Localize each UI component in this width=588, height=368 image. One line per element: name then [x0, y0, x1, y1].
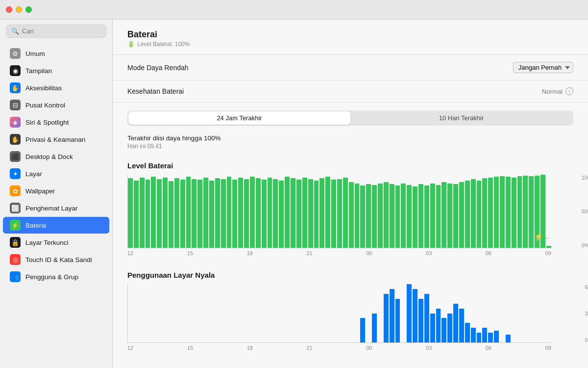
battery-level-title: Level Baterai [127, 161, 573, 170]
battery-y-labels: 100%50%0% [582, 175, 588, 248]
sidebar-item-label-layar: Layar [25, 170, 42, 178]
sidebar-item-pengguna[interactable]: 👥Pengguna & Grup [3, 268, 109, 285]
usage-bar [430, 314, 435, 343]
privasi-icon: ✋ [10, 134, 21, 145]
usage-y-label: 60m [585, 284, 588, 290]
charged-info: Terakhir diisi daya hingga 100% Hari ini… [113, 131, 588, 157]
usage-bar [506, 335, 511, 342]
close-button[interactable] [6, 6, 12, 13]
battery-bar [355, 184, 360, 248]
sidebar-item-label-desktop: Desktop & Dock [25, 153, 73, 160]
usage-bar [372, 314, 377, 343]
usage-x-label: 00 [366, 345, 372, 351]
charging-indicator: ⚡— [534, 232, 549, 241]
sidebar-item-label-touchid: Touch ID & Kata Sandi [25, 256, 92, 263]
usage-x-labels: 1215182100030609 [127, 343, 551, 351]
usage-bar [413, 289, 417, 342]
title-bar [0, 0, 588, 20]
kesehatan-normal-text: Normal [542, 88, 563, 95]
pengguna-icon: 👥 [10, 271, 21, 282]
battery-level-text: Level Baterai: 100% [137, 41, 190, 48]
battery-bar [482, 178, 487, 248]
battery-bar [390, 184, 394, 248]
sidebar-item-penghemat[interactable]: ⬜Penghemat Layar [3, 200, 109, 216]
tampilan-icon: ◉ [10, 65, 21, 76]
kesehatan-value: Normal i [542, 87, 573, 95]
tab-24jam[interactable]: 24 Jam Terakhir [128, 111, 350, 125]
sidebar-item-layar[interactable]: ✦Layar [3, 165, 109, 182]
battery-y-label: 100% [582, 175, 588, 181]
sidebar-item-wallpaper[interactable]: ✿Wallpaper [3, 183, 109, 199]
page-title: Baterai [127, 29, 573, 40]
sidebar-item-label-siri: Siri & Spotlight [25, 119, 69, 126]
umum-icon: ⚙ [10, 48, 21, 59]
sidebar-item-tampilan[interactable]: ◉Tampilan [3, 62, 109, 79]
wallpaper-icon: ✿ [10, 185, 21, 196]
charged-title: Terakhir diisi daya hingga 100% [127, 134, 573, 142]
search-bar[interactable]: 🔍 [6, 25, 106, 38]
maximize-button[interactable] [25, 6, 32, 13]
battery-bar [146, 180, 150, 248]
sidebar-item-pusat-kontrol[interactable]: ⊟Pusat Kontrol [3, 97, 109, 113]
sidebar-item-label-tampilan: Tampilan [25, 67, 52, 75]
mode-daya-rendah-select[interactable]: Jangan Pernah [513, 62, 573, 73]
usage-bar [447, 314, 452, 343]
usage-bar [424, 294, 429, 342]
usage-bar [418, 299, 423, 342]
sidebar-item-baterai[interactable]: ⚡Baterai [3, 217, 109, 234]
sidebar-item-label-umum: Umum [25, 50, 45, 57]
battery-bar [157, 179, 162, 248]
battery-bar [459, 182, 464, 248]
battery-bar [372, 185, 377, 248]
battery-bar [325, 177, 330, 248]
battery-bar [163, 178, 168, 248]
usage-y-label: 30m [585, 311, 588, 316]
battery-x-label: 06 [486, 250, 491, 256]
layar-terkunci-icon: 🔒 [10, 237, 21, 248]
usage-bar [407, 284, 412, 342]
app-body: 🔍 ⚙Umum◉Tampilan✋Aksesibilitas⊟Pusat Kon… [0, 20, 588, 368]
battery-bar [174, 178, 179, 248]
battery-bar [331, 180, 336, 248]
battery-chart [127, 175, 551, 248]
battery-x-label: 18 [247, 250, 253, 256]
battery-bar [262, 180, 267, 248]
battery-bar [494, 177, 499, 248]
battery-bar [273, 179, 278, 248]
battery-bar [238, 178, 243, 248]
battery-bar [465, 181, 470, 248]
battery-bar [424, 185, 429, 248]
info-icon[interactable]: i [565, 87, 573, 95]
battery-bar [140, 178, 145, 248]
baterai-icon: ⚡ [10, 220, 21, 231]
sidebar-item-label-pusat-kontrol: Pusat Kontrol [25, 102, 65, 109]
battery-chart-container: 100%50%0% ⚡— 1215182100030609 [127, 175, 573, 256]
minimize-button[interactable] [16, 6, 22, 13]
sidebar-item-siri[interactable]: ◈Siri & Spotlight [3, 114, 109, 131]
battery-bar [529, 176, 534, 248]
tab-10hari[interactable]: 10 Hari Terakhir [350, 111, 572, 125]
battery-bar [268, 178, 272, 248]
battery-x-label: 21 [306, 250, 312, 256]
traffic-lights [6, 6, 32, 13]
battery-bar [343, 178, 348, 248]
battery-bar [500, 176, 505, 248]
battery-bar [221, 179, 226, 248]
search-input[interactable] [22, 27, 101, 35]
sidebar-item-touchid[interactable]: ◎Touch ID & Kata Sandi [3, 251, 109, 268]
sidebar-item-desktop[interactable]: ⬛Desktop & Dock [3, 148, 109, 165]
sidebar-item-umum[interactable]: ⚙Umum [3, 45, 109, 62]
battery-x-label: 12 [127, 250, 133, 256]
sidebar-item-layar-terkunci[interactable]: 🔒Layar Terkunci [3, 234, 109, 251]
battery-icon: 🔋 [127, 41, 135, 48]
battery-bar [395, 185, 400, 248]
battery-bar [314, 181, 319, 248]
battery-bar [453, 184, 458, 248]
battery-bar [441, 182, 446, 248]
sidebar-item-aksesibilitas[interactable]: ✋Aksesibilitas [3, 79, 109, 96]
battery-bar [128, 178, 133, 248]
usage-bar [453, 304, 458, 342]
battery-bar [215, 178, 220, 248]
battery-bar [488, 178, 493, 248]
sidebar-item-privasi[interactable]: ✋Privasi & Keamanan [3, 131, 109, 148]
